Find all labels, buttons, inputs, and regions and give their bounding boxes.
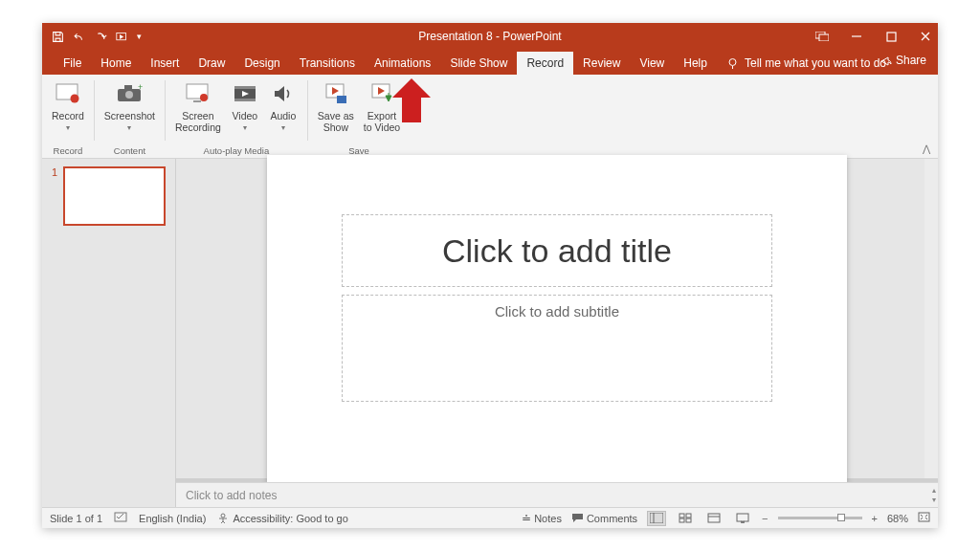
svg-rect-10 [124, 85, 132, 90]
tab-view[interactable]: View [630, 52, 674, 75]
screen-recording-button[interactable]: Screen Recording [171, 77, 225, 134]
share-icon [880, 55, 892, 67]
language-status[interactable]: English (India) [139, 513, 206, 524]
title-placeholder[interactable]: Click to add title [342, 214, 772, 287]
qat-customize-icon[interactable]: ▾ [137, 32, 142, 41]
notes-toggle[interactable]: ≐Notes [522, 512, 562, 525]
dropdown-caret-icon: ▾ [281, 123, 285, 132]
svg-rect-30 [708, 514, 720, 522]
slide-thumbnail-pane[interactable]: 1 [42, 159, 176, 507]
tab-help[interactable]: Help [674, 52, 717, 75]
svg-point-11 [125, 91, 133, 99]
comment-icon [571, 513, 584, 523]
display-options-icon[interactable] [815, 30, 829, 43]
svg-rect-14 [193, 100, 201, 102]
svg-rect-4 [887, 33, 896, 41]
comments-toggle[interactable]: Comments [571, 513, 637, 524]
minimize-icon[interactable] [850, 30, 863, 43]
close-icon[interactable] [919, 30, 932, 43]
audio-label: Audio [270, 110, 296, 121]
dropdown-caret-icon: ▾ [243, 123, 247, 132]
dropdown-caret-icon: ▾ [66, 123, 70, 132]
record-button[interactable]: Record ▾ [48, 77, 88, 133]
svg-point-5 [729, 58, 736, 65]
svg-point-23 [221, 514, 225, 518]
share-label: Share [896, 54, 926, 67]
zoom-in-icon[interactable]: + [872, 513, 878, 524]
speaker-icon [269, 79, 298, 108]
maximize-icon[interactable] [884, 30, 898, 43]
fit-to-window-icon[interactable] [918, 512, 930, 524]
subtitle-placeholder[interactable]: Click to add subtitle [342, 295, 772, 402]
slide-counter[interactable]: Slide 1 of 1 [50, 513, 102, 524]
tab-transitions[interactable]: Transitions [290, 52, 365, 75]
video-label: Video [233, 110, 258, 121]
scroll-down-icon[interactable]: ▾ [932, 496, 936, 504]
audio-button[interactable]: Audio ▾ [265, 77, 301, 133]
record-icon [54, 79, 82, 108]
slide-thumbnail-1[interactable] [63, 166, 166, 226]
save-as-show-button[interactable]: Save as Show [314, 77, 358, 134]
tell-me-search[interactable]: Tell me what you want to do [717, 52, 896, 75]
svg-point-15 [200, 94, 208, 101]
ribbon: Record ▾ Record + Screenshot ▾ Content [42, 75, 938, 159]
accessibility-status[interactable]: Accessibility: Good to go [217, 513, 347, 524]
reading-view-icon[interactable] [704, 511, 724, 526]
title-bar: ▾ Presentation 8 - PowerPoint [42, 23, 938, 50]
record-label: Record [52, 110, 84, 121]
status-bar: Slide 1 of 1 English (India) Accessibili… [42, 507, 938, 528]
collapse-ribbon-icon[interactable]: ⋀ [923, 143, 930, 154]
svg-rect-32 [737, 514, 748, 521]
notes-placeholder: Click to add notes [186, 489, 277, 502]
dropdown-caret-icon: ▾ [127, 123, 131, 132]
normal-view-icon[interactable] [647, 511, 666, 526]
svg-rect-20 [337, 96, 346, 103]
start-from-beginning-icon[interactable] [116, 31, 128, 43]
video-icon [231, 79, 259, 108]
screen-recording-icon [184, 79, 212, 108]
svg-rect-18 [234, 99, 256, 101]
svg-rect-28 [679, 518, 684, 522]
quick-access-toolbar: ▾ [42, 31, 142, 43]
scroll-up-icon[interactable]: ▴ [932, 486, 936, 495]
zoom-slider[interactable] [778, 517, 862, 519]
undo-icon[interactable] [73, 31, 86, 43]
notes-pane[interactable]: Click to add notes ▴ ▾ [176, 482, 938, 507]
tab-insert[interactable]: Insert [141, 52, 189, 75]
svg-rect-26 [679, 514, 684, 518]
slide-sorter-view-icon[interactable] [676, 511, 695, 526]
share-button[interactable]: Share [880, 54, 926, 67]
slideshow-view-icon[interactable] [733, 511, 752, 526]
vertical-scrollbar[interactable] [924, 159, 938, 478]
svg-rect-27 [686, 514, 691, 518]
svg-rect-29 [686, 518, 691, 522]
svg-rect-35 [919, 513, 929, 521]
tab-record[interactable]: Record [517, 52, 573, 75]
tab-design[interactable]: Design [234, 52, 289, 75]
save-as-show-icon [322, 79, 350, 108]
tab-home[interactable]: Home [91, 52, 141, 75]
redo-icon[interactable] [95, 31, 107, 43]
tab-file[interactable]: File [54, 52, 91, 75]
svg-text:+: + [138, 83, 143, 92]
tell-me-label: Tell me what you want to do [745, 56, 886, 70]
slide[interactable]: Click to add title Click to add subtitle [267, 155, 847, 482]
zoom-percent[interactable]: 68% [887, 513, 908, 524]
tab-animations[interactable]: Animations [365, 52, 440, 75]
svg-rect-17 [234, 86, 256, 89]
camera-icon: + [115, 79, 144, 108]
screenshot-button[interactable]: + Screenshot ▾ [100, 77, 159, 133]
export-video-label: Export to Video [364, 110, 400, 133]
zoom-out-icon[interactable]: − [762, 513, 768, 524]
tab-slideshow[interactable]: Slide Show [440, 52, 517, 75]
save-icon[interactable] [52, 31, 64, 43]
spellcheck-icon[interactable] [114, 512, 127, 525]
video-button[interactable]: Video ▾ [227, 77, 263, 133]
slide-canvas-area[interactable]: Click to add title Click to add subtitle [176, 159, 938, 478]
tab-review[interactable]: Review [573, 52, 630, 75]
svg-point-8 [70, 95, 78, 103]
ribbon-tabs: File Home Insert Draw Design Transitions… [42, 50, 938, 75]
window-title: Presentation 8 - PowerPoint [418, 30, 561, 43]
export-to-video-button[interactable]: Export to Video [360, 77, 404, 134]
tab-draw[interactable]: Draw [189, 52, 234, 75]
